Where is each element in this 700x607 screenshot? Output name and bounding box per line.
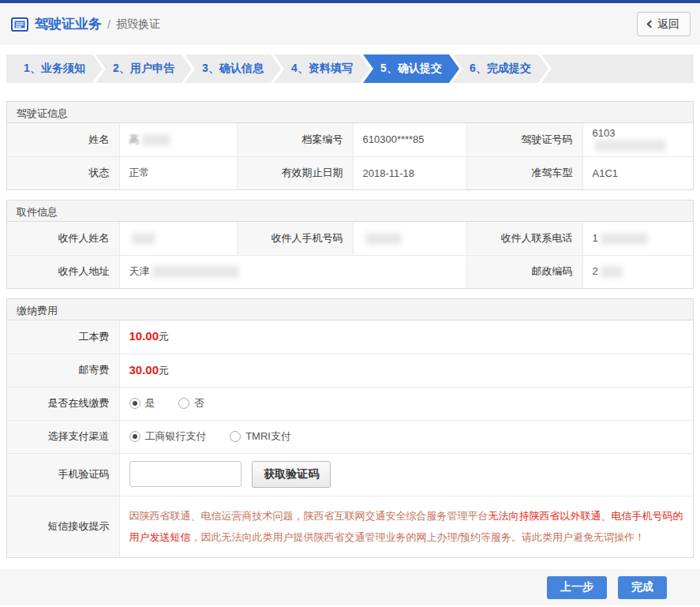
field-label-postal-code: 邮政编码 [466,255,582,288]
field-value-license-number: 6103 [582,123,693,156]
step-3-confirm-info[interactable]: 3、确认信息 [185,54,281,83]
payment-section: 缴纳费用 工本费 10.00元 邮寄费 30.00元 是否在线缴费 是 否 选择… [6,298,694,558]
fee-unit: 元 [159,331,169,343]
payment-section-title: 缴纳费用 [7,299,693,320]
field-label-postage-fee: 邮寄费 [7,354,119,387]
page-title: 驾驶证业务 [35,15,102,33]
field-value-recipient-mobile [353,222,466,255]
radio-unchecked-icon[interactable] [230,431,241,442]
channel-icbc-option[interactable]: 工商银行支付 [129,430,207,442]
back-button-label: 返回 [657,17,679,32]
step-wizard: 1、业务须知 2、用户申告 3、确认信息 4、资料填写 5、确认提交 6、完成提… [6,54,694,83]
sms-notice-text: 因陕西省联通、电信运营商技术问题，陕西省互联网交通安全综合服务管理平台无法向持陕… [119,496,693,557]
redacted-value [152,266,239,278]
fee-unit: 元 [159,365,169,377]
sms-code-input[interactable] [129,461,241,487]
notice-part-1: 因陕西省联通、电信运营商技术问题，陕西省互联网交通安全综合服务管理平台 [129,510,489,522]
pickup-section-title: 取件信息 [7,200,693,222]
field-label-pay-channel: 选择支付渠道 [7,420,119,453]
table-row: 工本费 10.00元 [7,320,693,354]
page-header: 驾驶证业务 / 损毁换证 返回 [0,3,700,45]
redacted-value [601,266,623,278]
radio-unchecked-icon[interactable] [178,398,189,409]
previous-step-button[interactable]: 上一步 [547,576,607,599]
get-sms-code-button[interactable]: 获取验证码 [252,461,331,488]
redacted-value [142,134,170,146]
field-label-sms-notice: 短信接收提示 [7,496,119,557]
chevron-left-icon [647,21,655,28]
field-value-postal-code: 2 [582,255,693,288]
field-label-expiry-date: 有效期止日期 [237,156,353,189]
radio-checked-icon[interactable] [129,431,140,442]
redacted-value [132,233,155,245]
pickup-info-section: 取件信息 收件人姓名 收件人手机号码 收件人联系电话 1 收件人地址 天津 邮政… [6,200,694,289]
table-row: 选择支付渠道 工商银行支付 TMRI支付 [7,420,693,453]
pay-channel-options: 工商银行支付 TMRI支付 [119,420,693,453]
license-info-section: 驾驶证信息 姓名 高 档案编号 610300****85 驾驶证号码 6103 … [6,101,694,190]
step-bar-filler [541,54,694,83]
field-label-recipient-name: 收件人姓名 [7,222,119,255]
field-label-recipient-mobile: 收件人手机号码 [237,222,353,255]
license-info-table: 姓名 高 档案编号 610300****85 驾驶证号码 6103 状态 正常 … [7,123,693,189]
field-value-vehicle-class: A1C1 [582,156,693,189]
field-label-status: 状态 [7,156,119,189]
field-label-file-number: 档案编号 [237,123,353,156]
table-row: 短信接收提示 因陕西省联通、电信运营商技术问题，陕西省互联网交通安全综合服务管理… [7,496,693,557]
field-label-name: 姓名 [7,123,119,156]
pickup-info-table: 收件人姓名 收件人手机号码 收件人联系电话 1 收件人地址 天津 邮政编码 2 [7,222,693,288]
field-value-recipient-name [119,222,237,255]
field-value-recipient-phone: 1 [582,222,693,255]
field-value-file-number: 610300****85 [353,123,466,156]
radio-checked-icon[interactable] [129,398,140,409]
payment-table: 工本费 10.00元 邮寄费 30.00元 是否在线缴费 是 否 选择支付渠道 … [7,320,693,557]
table-row: 是否在线缴费 是 否 [7,387,693,420]
table-row: 收件人姓名 收件人手机号码 收件人联系电话 1 [7,222,693,255]
field-value-expiry-date: 2018-11-18 [353,156,466,189]
table-row: 手机验证码 获取验证码 [7,453,693,496]
back-button[interactable]: 返回 [637,12,691,36]
finish-button[interactable]: 完成 [618,576,667,599]
channel-tmri-option[interactable]: TMRI支付 [230,430,291,442]
step-1-business-notice[interactable]: 1、业务须知 [6,54,103,83]
field-value-postage-fee: 30.00元 [119,354,693,387]
field-value-production-fee: 10.00元 [119,320,693,354]
field-label-recipient-phone: 收件人联系电话 [466,222,582,255]
redacted-value [365,233,402,245]
field-label-sms-code: 手机验证码 [7,453,119,496]
redacted-value [595,140,666,152]
step-4-fill-material[interactable]: 4、资料填写 [274,54,370,83]
table-row: 姓名 高 档案编号 610300****85 驾驶证号码 6103 [7,123,693,156]
breadcrumb-current: 损毁换证 [116,17,160,32]
notice-part-3: ，因此无法向此类用户提供陕西省交通管理业务的网上办理/预约等服务。请此类用户避免… [191,531,646,543]
field-value-status: 正常 [119,156,237,189]
field-label-production-fee: 工本费 [7,320,119,354]
online-pay-yes-option[interactable]: 是 [129,397,155,409]
step-6-finish-submit[interactable]: 6、完成提交 [452,54,548,83]
online-pay-no-option[interactable]: 否 [178,397,204,409]
sms-code-row: 获取验证码 [119,453,693,496]
step-5-confirm-submit[interactable]: 5、确认提交 [363,54,459,83]
field-value-recipient-address: 天津 [119,255,466,288]
field-value-name: 高 [119,123,237,156]
online-pay-options: 是 否 [119,387,693,420]
field-label-license-number: 驾驶证号码 [466,123,582,156]
table-row: 收件人地址 天津 邮政编码 2 [7,255,693,288]
footer-action-bar: 上一步 完成 [0,569,700,605]
step-2-user-declaration[interactable]: 2、用户申告 [95,54,192,83]
field-label-vehicle-class: 准驾车型 [466,156,582,189]
field-label-recipient-address: 收件人地址 [7,255,119,288]
breadcrumb-separator: / [107,17,110,31]
table-row: 状态 正常 有效期止日期 2018-11-18 准驾车型 A1C1 [7,156,693,189]
postage-fee-amount: 30.00 [129,363,159,377]
license-section-title: 驾驶证信息 [7,102,693,123]
production-fee-amount: 10.00 [129,329,159,343]
field-label-online-pay: 是否在线缴费 [7,387,119,420]
license-business-icon [11,17,28,32]
table-row: 邮寄费 30.00元 [7,354,693,387]
redacted-value [601,233,648,245]
